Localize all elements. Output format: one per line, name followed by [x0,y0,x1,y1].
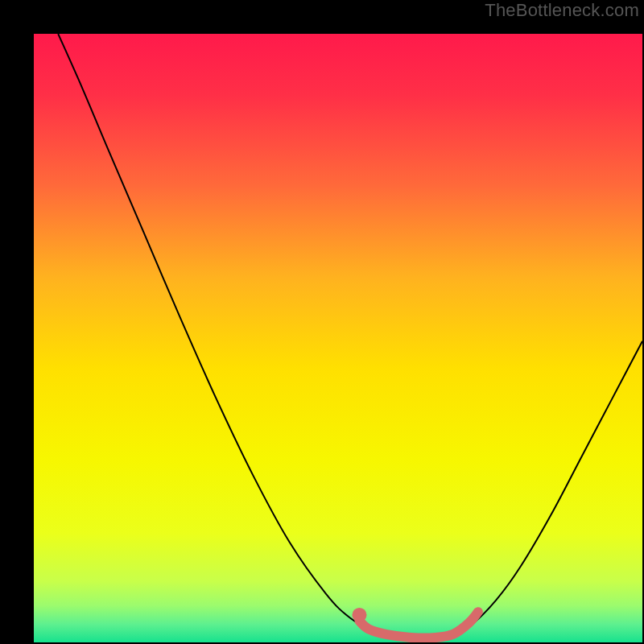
optimal-point [352,608,366,622]
bottleneck-chart [34,34,642,642]
watermark-text: TheBottleneck.com [485,0,639,21]
chart-frame [16,16,628,628]
heat-gradient-background [34,34,642,642]
